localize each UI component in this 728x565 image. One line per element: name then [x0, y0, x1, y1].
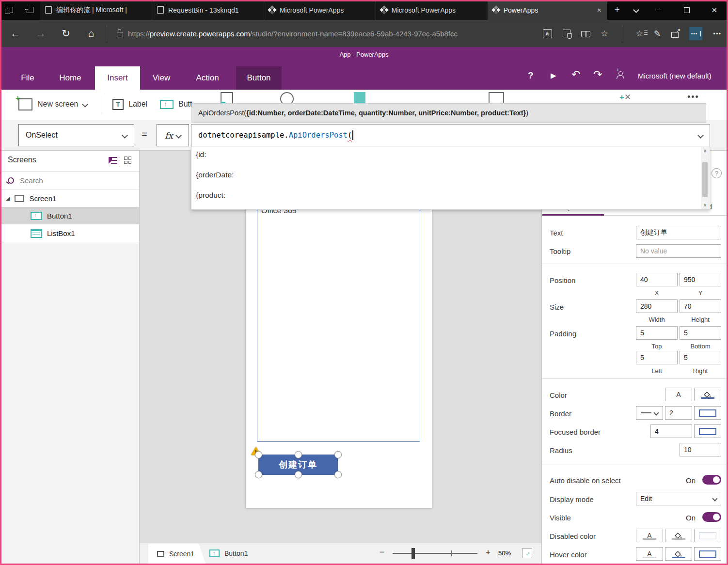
border-style-dropdown[interactable]	[636, 406, 663, 420]
position-y-field[interactable]: 950	[680, 273, 721, 286]
visible-toggle[interactable]	[702, 512, 721, 522]
disabled-border-color-button[interactable]	[694, 529, 721, 542]
selection-handle-top-right[interactable]	[334, 451, 342, 458]
fill-color-button[interactable]	[694, 388, 721, 401]
zoom-in-icon[interactable]: +	[486, 548, 491, 557]
selection-handle-bottom-middle[interactable]	[295, 471, 302, 478]
reading-view-icon[interactable]	[581, 31, 590, 37]
formula-input[interactable]: dotnetcoreapisample.ApiOrdersPost(	[191, 124, 710, 146]
font-color-button[interactable]: A	[665, 388, 692, 401]
suggestion-item[interactable]: {product:	[196, 185, 225, 205]
chevron-down-icon[interactable]	[697, 132, 704, 139]
listbox1-control[interactable]: Office 365	[257, 203, 420, 442]
menu-button-contextual[interactable]: Button	[236, 66, 282, 90]
forward-icon[interactable]: →	[28, 28, 53, 39]
pin-site-icon[interactable]	[563, 30, 570, 37]
border-color-button[interactable]	[694, 406, 721, 420]
suggestion-item[interactable]: {orderDate:	[196, 165, 234, 185]
fit-to-window-icon[interactable]: ↔	[522, 548, 532, 558]
suggestion-scrollbar[interactable]: ∧ ∨	[701, 147, 709, 209]
selection-handle-top-left[interactable]	[255, 451, 262, 458]
browser-tab[interactable]: Microsoft PowerApps	[376, 0, 488, 20]
focused-border-color-button[interactable]	[694, 424, 721, 438]
zoom-slider-thumb[interactable]	[411, 548, 415, 559]
selection-handle-top-middle[interactable]	[295, 451, 302, 458]
tree-item-screen1[interactable]: ◢ Screen1	[0, 189, 139, 207]
browser-tab[interactable]: Microsoft PowerApps	[264, 0, 376, 20]
url-text[interactable]: https://preview.create.powerapps.com/stu…	[128, 30, 458, 38]
focused-border-thickness-field[interactable]: 4	[650, 424, 692, 438]
disabled-fill-color-button[interactable]	[665, 529, 692, 542]
padding-top-field[interactable]: 5	[636, 326, 678, 340]
padding-bottom-field[interactable]: 5	[680, 326, 721, 340]
translate-icon[interactable]: a	[543, 29, 552, 38]
back-icon[interactable]: ←	[3, 28, 28, 39]
auto-disable-toggle[interactable]	[702, 475, 721, 485]
tree-item-button1-selected[interactable]: Button1	[0, 207, 139, 224]
gallery-icon[interactable]	[489, 92, 504, 104]
size-width-field[interactable]: 280	[636, 299, 678, 313]
hover-font-color-button[interactable]: A	[636, 547, 663, 561]
zoom-out-icon[interactable]: −	[380, 548, 384, 557]
home-icon[interactable]: ⌂	[79, 28, 104, 39]
favorites-hub-icon[interactable]: ☆	[636, 29, 643, 39]
display-mode-dropdown[interactable]: Edit	[636, 492, 721, 505]
extension-icon[interactable]: •••	[689, 27, 702, 40]
web-note-pen-icon[interactable]: ✎	[654, 29, 661, 39]
position-x-field[interactable]: 40	[636, 273, 678, 286]
selection-handle-bottom-right[interactable]	[334, 471, 342, 478]
redo-icon[interactable]: ↷	[593, 68, 602, 81]
undo-icon[interactable]: ↶	[571, 68, 580, 81]
scroll-up-icon[interactable]: ∧	[701, 148, 709, 153]
fx-button[interactable]: fx	[157, 124, 189, 146]
menu-home[interactable]: Home	[51, 66, 89, 90]
thumbnail-view-icon[interactable]	[124, 157, 131, 164]
new-screen-button[interactable]: New screen	[18, 90, 87, 119]
breadcrumb-button1[interactable]: Button1	[209, 543, 248, 564]
menu-file[interactable]: File	[15, 66, 41, 90]
button-button[interactable]: Butt	[160, 90, 192, 119]
window-close-button[interactable]: ×	[701, 0, 728, 20]
disabled-font-color-button[interactable]: A	[636, 529, 663, 542]
help-icon[interactable]: ?	[528, 70, 534, 81]
charts-icon[interactable]: +✕	[619, 92, 631, 102]
tab-preview-icon[interactable]	[0, 0, 20, 20]
browser-tab-active[interactable]: PowerApps ×	[488, 0, 608, 20]
browser-tab[interactable]: 编辑你的流 | Microsoft |	[40, 0, 152, 20]
padding-left-field[interactable]: 5	[636, 351, 678, 364]
window-maximize-button[interactable]	[673, 0, 700, 20]
window-minimize-button[interactable]	[646, 0, 673, 20]
tab-list-chevron-icon[interactable]	[627, 0, 646, 20]
menu-insert-active[interactable]: Insert	[95, 66, 140, 90]
suggestion-item[interactable]: {quantity:	[196, 205, 227, 210]
refresh-icon[interactable]: ↻	[53, 28, 79, 39]
tooltip-value-field[interactable]: No value	[636, 244, 721, 258]
hover-fill-color-button[interactable]	[665, 547, 692, 561]
expander-icon[interactable]: ◢	[6, 195, 10, 202]
padding-right-field[interactable]: 5	[680, 351, 721, 364]
border-thickness-field[interactable]: 2	[665, 406, 692, 420]
zoom-slider-track[interactable]	[393, 553, 477, 554]
screens-search-field[interactable]: Search	[0, 171, 139, 189]
tab-close-icon[interactable]: ×	[596, 6, 602, 14]
scrollbar-thumb[interactable]	[702, 162, 708, 197]
panel-help-icon[interactable]: ?	[712, 168, 722, 178]
scroll-down-icon[interactable]: ∨	[701, 203, 709, 207]
breadcrumb-screen1[interactable]: Screen1	[148, 544, 206, 564]
tree-view-icon[interactable]	[109, 157, 117, 164]
browser-tab[interactable]: RequestBin - 13sknqd1	[152, 0, 264, 20]
radius-field[interactable]: 10	[680, 443, 721, 456]
share-icon[interactable]	[671, 32, 679, 38]
suggestion-item[interactable]: {id:	[196, 146, 206, 165]
menu-view[interactable]: View	[145, 66, 177, 90]
new-tab-button[interactable]: +	[607, 0, 627, 20]
label-button[interactable]: T Label	[112, 90, 147, 119]
ribbon-more-icon[interactable]: •••	[687, 92, 699, 102]
text-value-field[interactable]: 创建订单	[636, 226, 721, 239]
size-height-field[interactable]: 70	[680, 299, 721, 313]
play-preview-icon[interactable]: ▶	[551, 71, 556, 80]
settings-more-icon[interactable]: •••	[713, 30, 721, 37]
selection-handle-bottom-left[interactable]	[255, 471, 262, 478]
menu-action[interactable]: Action	[188, 66, 227, 90]
property-selector[interactable]: OnSelect	[18, 124, 134, 146]
